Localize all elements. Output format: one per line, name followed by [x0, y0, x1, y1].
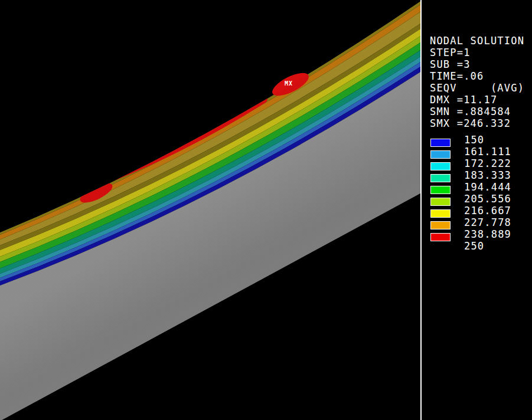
ansys-graphics-window: MX NODAL SOLUTION STEP=1 SUB =3 TIME=.06… — [0, 0, 532, 420]
solution-info-smx: SMX =246.332 — [430, 117, 511, 129]
solution-info-title: NODAL SOLUTION — [430, 35, 524, 47]
colorbar-label: 238.889 — [464, 228, 511, 240]
viewport-separator — [420, 0, 422, 420]
colorbar-swatch — [430, 233, 451, 241]
colorbar-label: 227.778 — [464, 216, 511, 228]
dither-overlay — [0, 0, 421, 420]
colorbar-swatch — [430, 162, 451, 170]
colorbar-swatch — [430, 209, 451, 218]
colorbar-swatch — [430, 139, 451, 147]
colorbar-label: 150 — [464, 134, 484, 146]
max-stress-label: MX — [285, 80, 293, 87]
colorbar-label: 172.222 — [464, 158, 511, 169]
colorbar-swatch — [430, 198, 451, 206]
colorbar-swatch — [430, 174, 451, 182]
colorbar-label: 183.333 — [464, 169, 511, 181]
solution-info-time: TIME=.06 — [430, 70, 484, 82]
colorbar-label: 194.444 — [464, 181, 511, 193]
colorbar-swatch — [430, 221, 451, 229]
colorbar-label: 250 — [464, 240, 484, 252]
colorbar-swatch — [430, 186, 451, 194]
solution-info-sub: SUB =3 — [430, 58, 471, 70]
solution-info-dmx: DMX =11.17 — [430, 94, 497, 106]
model-viewport[interactable]: MX — [0, 0, 421, 420]
solution-info-smn: SMN =.884584 — [430, 106, 511, 117]
colorbar-label: 216.667 — [464, 205, 511, 216]
solution-info-step: STEP=1 — [430, 47, 471, 58]
colorbar-label: 205.556 — [464, 193, 511, 205]
colorbar-label: 161.111 — [464, 146, 511, 158]
solution-info-item: SEQV (AVG) — [430, 82, 524, 94]
colorbar-swatch — [430, 150, 451, 159]
